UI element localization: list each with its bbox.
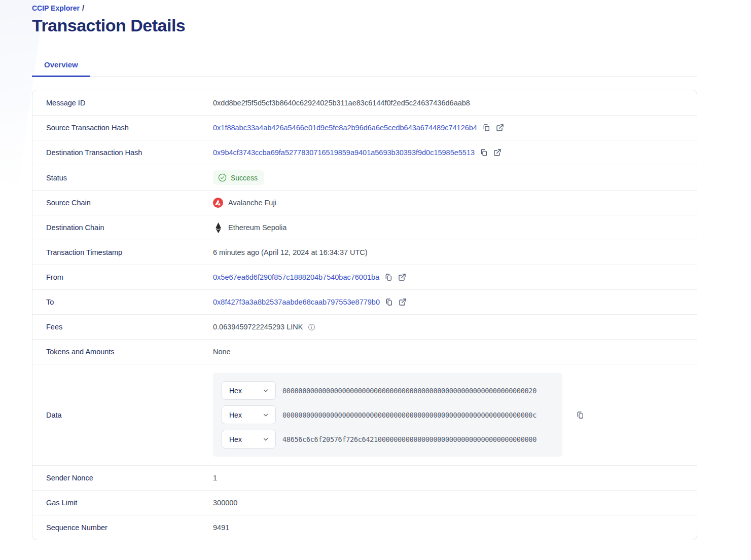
source-tx-hash-link[interactable]: 0x1f88abc33a4ab426a5466e01d9e5fe8a2b96d6… <box>213 124 477 132</box>
gas-limit-value: 300000 <box>213 499 237 507</box>
fees-value: 0.0639459722245293 LINK <box>213 323 303 331</box>
table-row-sequence-number: Sequence Number 9491 <box>32 515 697 540</box>
table-row-gas-limit: Gas Limit 300000 <box>32 490 697 515</box>
copy-icon[interactable] <box>576 410 585 420</box>
breadcrumb-ccip-explorer-link[interactable]: CCIP Explorer <box>32 4 80 12</box>
avalanche-fuji-icon <box>213 198 223 208</box>
encoding-select[interactable]: Hex <box>222 405 276 424</box>
source-chain-name: Avalanche Fuji <box>228 199 276 207</box>
source-chain-value: Avalanche Fuji <box>213 198 276 208</box>
table-row-status: Status Success <box>32 165 697 190</box>
field-label: Transaction Timestamp <box>32 241 213 264</box>
encoding-select-value: Hex <box>229 435 242 443</box>
external-link-icon[interactable] <box>398 297 407 307</box>
external-link-icon[interactable] <box>493 148 502 157</box>
table-row-tokens-and-amounts: Tokens and Amounts None <box>32 339 697 364</box>
field-label: To <box>32 291 213 313</box>
field-label: Destination Transaction Hash <box>32 141 213 164</box>
field-label: Source Transaction Hash <box>32 117 213 139</box>
table-row-fees: Fees 0.0639459722245293 LINK <box>32 314 697 339</box>
hex-data-line: 0000000000000000000000000000000000000000… <box>282 411 537 419</box>
field-label: Sender Nonce <box>32 467 213 489</box>
to-address-link[interactable]: 0x8f427f3a3a8b2537aabde68caab797553e8779… <box>213 298 380 306</box>
external-link-icon[interactable] <box>495 123 505 132</box>
hex-data-line: 0000000000000000000000000000000000000000… <box>282 387 537 395</box>
info-icon[interactable] <box>308 323 315 331</box>
breadcrumb-separator: / <box>82 4 84 12</box>
transaction-detail-table: Message ID 0xdd8be2f5f5d5cf3b8640c629240… <box>32 90 697 540</box>
data-line: Hex 000000000000000000000000000000000000… <box>222 405 554 424</box>
timestamp-value: 6 minutes ago (April 12, 2024 at 16:34:3… <box>213 248 368 256</box>
ethereum-icon <box>213 222 223 233</box>
copy-icon[interactable] <box>384 297 394 307</box>
field-label: Source Chain <box>32 192 213 214</box>
data-line: Hex 000000000000000000000000000000000000… <box>222 381 554 400</box>
field-label: Tokens and Amounts <box>32 341 213 363</box>
copy-icon[interactable] <box>482 123 491 132</box>
field-label: Fees <box>32 316 213 338</box>
copy-icon[interactable] <box>479 148 488 157</box>
table-row-message-id: Message ID 0xdd8be2f5f5d5cf3b8640c629240… <box>32 90 697 115</box>
table-row-dest-chain: Destination Chain Ethereum Sepolia <box>32 215 697 240</box>
sender-nonce-value: 1 <box>213 474 217 482</box>
chevron-down-icon <box>262 387 269 394</box>
field-label: Destination Chain <box>32 216 213 239</box>
tab-overview[interactable]: Overview <box>32 60 90 77</box>
field-label: From <box>32 266 213 288</box>
table-row-to: To 0x8f427f3a3a8b2537aabde68caab797553e8… <box>32 289 697 314</box>
transaction-details-page: CCIP Explorer/ Transaction Details Overv… <box>32 0 697 540</box>
field-label: Gas Limit <box>32 492 213 514</box>
encoding-select[interactable]: Hex <box>222 381 276 400</box>
message-id-value: 0xdd8be2f5f5d5cf3b8640c62924025b311ae83c… <box>213 99 470 107</box>
tokens-and-amounts-value: None <box>213 348 231 356</box>
dest-chain-value: Ethereum Sepolia <box>213 222 287 233</box>
page-title: Transaction Details <box>32 16 697 35</box>
data-line: Hex 48656c6c6f20576f726c6421000000000000… <box>222 430 554 449</box>
table-row-dest-tx-hash: Destination Transaction Hash 0x9b4cf3743… <box>32 140 697 165</box>
table-row-from: From 0x5e67ea6d6f290f857c1888204b7540bac… <box>32 265 697 289</box>
breadcrumb: CCIP Explorer/ <box>32 4 697 12</box>
table-row-source-tx-hash: Source Transaction Hash 0x1f88abc33a4ab4… <box>32 115 697 140</box>
external-link-icon[interactable] <box>398 273 407 282</box>
table-row-timestamp: Transaction Timestamp 6 minutes ago (Apr… <box>32 240 697 265</box>
chevron-down-icon <box>262 436 269 443</box>
field-label: Data <box>32 404 213 426</box>
status-text: Success <box>231 174 258 182</box>
chevron-down-icon <box>262 412 269 419</box>
encoding-select-value: Hex <box>229 387 242 395</box>
encoding-select[interactable]: Hex <box>222 430 276 449</box>
data-hex-panel: Hex 000000000000000000000000000000000000… <box>213 373 562 457</box>
dest-tx-hash-link[interactable]: 0x9b4cf3743ccba69fa5277830716519859a9401… <box>213 148 475 157</box>
copy-icon[interactable] <box>384 273 393 282</box>
table-row-data: Data Hex 0000000000000000000000000000000… <box>32 364 697 465</box>
encoding-select-value: Hex <box>229 411 242 419</box>
table-row-sender-nonce: Sender Nonce 1 <box>32 465 697 490</box>
dest-chain-name: Ethereum Sepolia <box>228 223 287 232</box>
sequence-number-value: 9491 <box>213 524 229 532</box>
status-badge: Success <box>213 170 264 185</box>
table-row-source-chain: Source Chain Avalanche Fuji <box>32 190 697 215</box>
field-label: Sequence Number <box>32 516 213 539</box>
field-label: Message ID <box>32 92 213 114</box>
field-label: Status <box>32 167 213 189</box>
check-circle-icon <box>218 173 227 182</box>
tab-bar: Overview <box>32 60 697 77</box>
from-address-link[interactable]: 0x5e67ea6d6f290f857c1888204b7540bac76001… <box>213 273 379 281</box>
hex-data-line: 48656c6c6f20576f726c64210000000000000000… <box>282 435 537 443</box>
